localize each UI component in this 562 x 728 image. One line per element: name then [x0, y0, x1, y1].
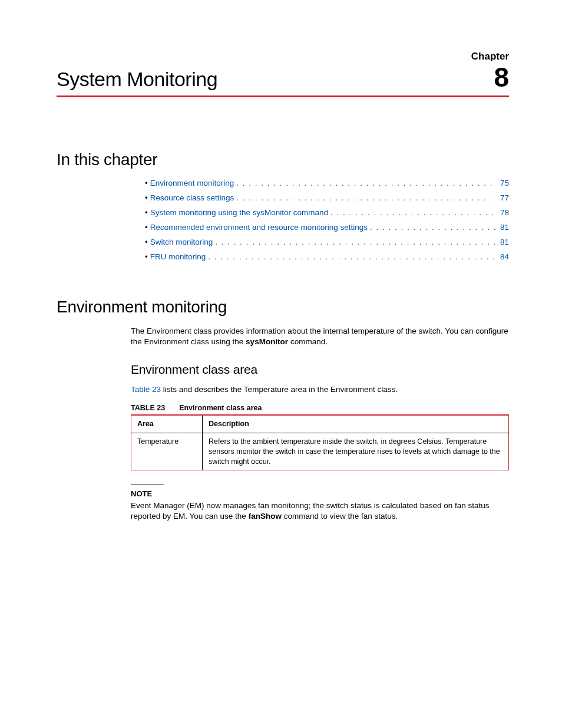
toc-item: • Switch monitoring 81: [145, 238, 509, 246]
cell-description: Refers to the ambient temperature inside…: [203, 433, 509, 470]
body: The Environment class provides informati…: [57, 326, 509, 522]
toc-leader: [234, 179, 497, 187]
toc-page[interactable]: 84: [497, 252, 509, 261]
note-rule: [131, 485, 164, 485]
toc-page[interactable]: 78: [497, 208, 509, 217]
toc-link[interactable]: System monitoring using the sysMonitor c…: [150, 208, 328, 217]
text: command to view the fan status.: [282, 512, 398, 521]
bullet-icon: •: [145, 238, 148, 246]
toc-leader: [368, 223, 497, 232]
toc-link[interactable]: Resource class settings: [150, 193, 234, 202]
chapter-meta: Chapter 8: [471, 51, 509, 91]
section-environment-monitoring: Environment monitoring: [57, 298, 509, 317]
toc-page[interactable]: 77: [497, 193, 509, 202]
toc-link[interactable]: Switch monitoring: [150, 238, 213, 246]
col-header-area: Area: [131, 415, 203, 433]
toc-page[interactable]: 81: [497, 238, 509, 246]
bullet-icon: •: [145, 252, 148, 261]
chapter-label: Chapter: [471, 51, 509, 62]
note-body: Event Manager (EM) now manages fan monit…: [131, 500, 509, 522]
toc-item: • Recommended environment and resource m…: [145, 223, 509, 232]
subsection-environment-class-area: Environment class area: [131, 361, 509, 378]
note-label: NOTE: [131, 489, 509, 499]
toc: • Environment monitoring 75 • Resource c…: [57, 179, 509, 261]
text: command.: [288, 337, 328, 346]
col-header-description: Description: [203, 415, 509, 433]
toc-link[interactable]: Recommended environment and resource mon…: [150, 223, 368, 232]
env-intro-paragraph: The Environment class provides informati…: [131, 326, 509, 347]
bullet-icon: •: [145, 193, 148, 202]
toc-leader: [234, 193, 497, 202]
table-row: Temperature Refers to the ambient temper…: [131, 433, 509, 470]
toc-leader: [213, 238, 497, 246]
toc-item: • FRU monitoring 84: [145, 252, 509, 261]
toc-item: • System monitoring using the sysMonitor…: [145, 208, 509, 217]
env-class-paragraph: Table 23 lists and describes the Tempera…: [131, 384, 509, 395]
table-caption-label: TABLE 23: [131, 404, 165, 412]
environment-class-table: Area Description Temperature Refers to t…: [131, 414, 509, 471]
table-reference-link[interactable]: Table 23: [131, 385, 161, 394]
section-in-this-chapter: In this chapter: [57, 150, 509, 169]
toc-link[interactable]: Environment monitoring: [150, 179, 234, 187]
toc-page[interactable]: 81: [497, 223, 509, 232]
text: lists and describes the Temperature area…: [161, 385, 398, 394]
chapter-title: System Monitoring: [57, 68, 217, 91]
page: System Monitoring Chapter 8 In this chap…: [0, 0, 562, 565]
table-caption-title: Environment class area: [179, 404, 262, 412]
bullet-icon: •: [145, 208, 148, 217]
command-name: sysMonitor: [246, 337, 288, 346]
cell-area: Temperature: [131, 433, 203, 470]
chapter-number: 8: [471, 64, 509, 91]
toc-page[interactable]: 75: [497, 179, 509, 187]
toc-item: • Environment monitoring 75: [145, 179, 509, 187]
command-name: fanShow: [249, 512, 282, 521]
toc-item: • Resource class settings 77: [145, 193, 509, 202]
chapter-header: System Monitoring Chapter 8: [57, 51, 509, 97]
table-header-row: Area Description: [131, 415, 509, 433]
bullet-icon: •: [145, 179, 148, 187]
toc-leader: [328, 208, 497, 217]
toc-leader: [206, 252, 497, 261]
bullet-icon: •: [145, 223, 148, 232]
toc-link[interactable]: FRU monitoring: [150, 252, 206, 261]
table-caption: TABLE 23Environment class area: [131, 403, 509, 413]
